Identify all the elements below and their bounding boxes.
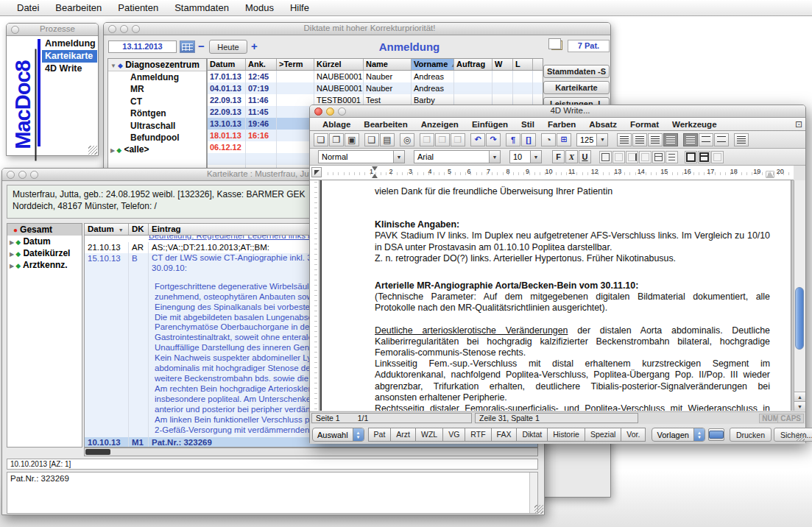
scrollbar-thumb[interactable] — [85, 449, 110, 455]
pilcrow-icon[interactable]: ¶ — [506, 133, 520, 146]
col-l[interactable]: L — [513, 59, 533, 70]
strip-button[interactable]: Historie — [547, 428, 585, 442]
write-titlebar[interactable]: 4D Write... — [310, 105, 805, 118]
tree-item[interactable]: Befundpool — [108, 132, 206, 144]
strip-button[interactable]: Spezial — [585, 428, 621, 442]
align-left-icon[interactable] — [617, 133, 632, 146]
strip-button[interactable]: Pat — [368, 428, 392, 442]
frame-outline-icon[interactable] — [685, 151, 697, 163]
vorlagen-dropdown[interactable]: Vorlagen▲▼ — [652, 428, 705, 442]
font-select[interactable]: Arial▼ — [414, 150, 501, 163]
col-term[interactable]: >Term — [277, 59, 314, 70]
menu-item[interactable]: Einfügen — [465, 120, 515, 129]
entry-text-area[interactable]: Pat.Nr.: 323269 — [7, 472, 538, 514]
entry-date-field[interactable]: 10.10.2013 [AZ: 1] — [7, 459, 538, 470]
diktate-titlebar[interactable]: Diktate mit hoher Korrekturpriorität! — [104, 23, 610, 35]
tree-item[interactable]: CT — [108, 96, 206, 107]
printer-panel-icon[interactable] — [708, 428, 724, 441]
filter-arztkennz[interactable]: ▶◆ Arztkennz. — [7, 259, 82, 271]
indent-marker-right[interactable] — [766, 171, 774, 177]
strip-button[interactable]: Diktat — [516, 428, 548, 442]
menu-datei[interactable]: Datei — [9, 0, 47, 16]
new-document-icon[interactable]: ❏ — [314, 133, 328, 146]
open-icon[interactable]: ❐ — [329, 133, 344, 146]
expand-triangle-icon[interactable]: ▶ — [108, 147, 116, 154]
tree-item-alle[interactable]: ▶◆ <alle> — [108, 144, 206, 156]
menu-item[interactable]: Stil — [515, 120, 541, 129]
menu-hilfe[interactable]: Hilfe — [282, 0, 317, 16]
menu-item[interactable]: Farben — [541, 120, 582, 129]
table-row[interactable]: 17.01.1312:45NAUBE0001NauberAndreas — [208, 71, 543, 82]
strip-button[interactable]: Arzt — [390, 428, 416, 442]
menu-item[interactable]: Werkzeuge — [666, 120, 724, 129]
scroll-down-icon[interactable]: ▼ — [794, 401, 805, 411]
undo-icon[interactable]: ↶ — [470, 133, 485, 146]
border-middle-icon[interactable] — [652, 151, 665, 163]
process-item-4d-write[interactable]: 4D Write — [42, 63, 97, 75]
minimize-icon[interactable] — [18, 171, 27, 179]
col-w[interactable]: W — [493, 59, 513, 70]
copy-reference-icon[interactable]: ❒ — [420, 133, 434, 146]
col-datum[interactable]: Datum — [208, 59, 246, 70]
line-spacing-double-icon[interactable] — [714, 133, 729, 146]
menu-item[interactable]: Bearbeiten — [357, 120, 414, 129]
expand-triangle-icon[interactable]: ▶ — [7, 263, 15, 269]
drucken-button[interactable]: Drucken — [730, 428, 772, 442]
border-right-icon[interactable] — [626, 151, 638, 163]
strip-button[interactable]: WZL — [415, 428, 443, 442]
find-icon[interactable]: ◎ — [400, 133, 414, 146]
list-icon[interactable] — [734, 133, 749, 146]
redo-icon[interactable]: ↷ — [486, 133, 501, 146]
heute-button[interactable]: Heute — [209, 40, 247, 54]
vertical-align-icon[interactable] — [683, 133, 698, 146]
table-row[interactable]: 04.01.1307:19NAUBE0001NauberAndreas — [208, 82, 543, 94]
tree-item[interactable]: Ultraschall — [108, 120, 206, 132]
strip-button[interactable]: FAX — [491, 428, 518, 442]
align-justify-icon[interactable] — [663, 133, 678, 146]
col-kuerzel[interactable]: Kürzel — [314, 59, 364, 70]
col-datum[interactable]: Datum — [85, 224, 129, 235]
process-item-anmeldung[interactable]: Anmeldung — [42, 38, 97, 50]
tree-item[interactable]: Anmeldung — [108, 71, 206, 83]
expand-triangle-icon[interactable]: ▶ — [7, 251, 15, 258]
auswahl-dropdown[interactable]: Auswahl▲▼ — [312, 428, 364, 442]
col-dk[interactable]: DK — [129, 224, 149, 235]
menu-patienten[interactable]: Patienten — [110, 0, 166, 16]
calendar-icon[interactable] — [180, 40, 195, 53]
document-text[interactable]: vielen Dank für die freundliche Überweis… — [322, 180, 791, 411]
scroll-up-icon[interactable]: ▲ — [794, 392, 805, 401]
border-rows-icon[interactable] — [666, 151, 678, 163]
border-none-icon[interactable] — [612, 151, 625, 163]
vertical-scrollbar[interactable]: ▲ ▼ — [794, 180, 805, 411]
indent-marker-left[interactable] — [372, 166, 378, 178]
datetime-icon[interactable]: ◔ — [541, 133, 556, 146]
horizontal-scrollbar[interactable] — [84, 448, 538, 456]
print-icon[interactable]: ▤ — [380, 133, 395, 146]
strip-button[interactable]: RTF — [465, 428, 491, 442]
col-vorname[interactable]: Vorname — [412, 59, 454, 70]
expand-triangle-icon[interactable]: ▶ — [7, 239, 15, 246]
frame-none-icon[interactable] — [711, 151, 724, 163]
minimize-icon[interactable] — [326, 107, 334, 116]
size-select[interactable]: 10▼ — [509, 150, 542, 163]
zoom-select[interactable]: 125▼ — [576, 133, 608, 146]
align-center-icon[interactable] — [632, 133, 647, 146]
line-spacing-single-icon[interactable] — [699, 133, 713, 146]
print-preview-icon[interactable]: ❑ — [364, 133, 379, 146]
paste-reference-icon[interactable]: ❒ — [435, 133, 450, 146]
border-outline-icon[interactable] — [599, 151, 612, 163]
bold-button[interactable]: F — [552, 150, 565, 163]
col-name[interactable]: Name — [364, 59, 412, 70]
col-auftrag[interactable]: Auftrag — [454, 59, 493, 70]
invisibles-icon[interactable]: [] — [521, 133, 536, 146]
close-icon[interactable] — [11, 26, 19, 34]
col-ank[interactable]: Ank. — [246, 59, 277, 70]
menu-item[interactable]: Ablage — [316, 120, 357, 129]
copy-pages-icon[interactable] — [551, 40, 562, 50]
strip-button[interactable]: Vor. — [621, 428, 646, 442]
tree-item[interactable]: MR — [108, 83, 206, 95]
document-page[interactable]: vielen Dank für die freundliche Überweis… — [320, 180, 791, 411]
resize-handle[interactable] — [88, 146, 97, 155]
resize-handle[interactable] — [796, 433, 805, 442]
frame-split-icon[interactable] — [698, 151, 710, 163]
